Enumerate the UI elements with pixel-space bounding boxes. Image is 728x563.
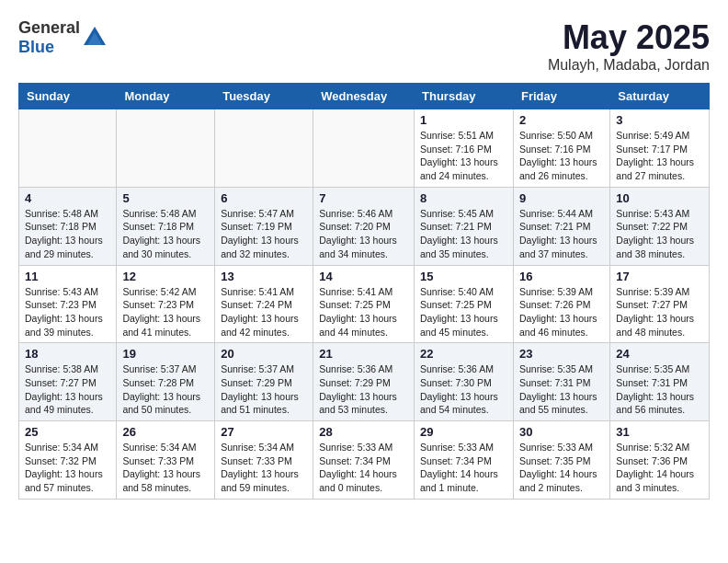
- day-info: Sunrise: 5:41 AM Sunset: 7:24 PM Dayligh…: [221, 285, 307, 339]
- calendar-week-row: 18Sunrise: 5:38 AM Sunset: 7:27 PM Dayli…: [19, 343, 710, 421]
- weekday-header-monday: Monday: [117, 84, 215, 109]
- calendar-cell: 6Sunrise: 5:47 AM Sunset: 7:19 PM Daylig…: [215, 187, 313, 265]
- calendar-cell: 13Sunrise: 5:41 AM Sunset: 7:24 PM Dayli…: [215, 265, 313, 343]
- calendar-cell: 2Sunrise: 5:50 AM Sunset: 7:16 PM Daylig…: [513, 109, 609, 188]
- day-info: Sunrise: 5:39 AM Sunset: 7:26 PM Dayligh…: [519, 285, 604, 339]
- calendar-cell: 1Sunrise: 5:51 AM Sunset: 7:16 PM Daylig…: [415, 109, 514, 188]
- logo-general: General: [18, 18, 80, 37]
- day-info: Sunrise: 5:43 AM Sunset: 7:22 PM Dayligh…: [616, 207, 703, 261]
- weekday-header-thursday: Thursday: [415, 84, 514, 109]
- calendar-cell: 15Sunrise: 5:40 AM Sunset: 7:25 PM Dayli…: [415, 265, 514, 343]
- day-number: 12: [122, 270, 209, 283]
- calendar-cell: 28Sunrise: 5:33 AM Sunset: 7:34 PM Dayli…: [313, 421, 415, 500]
- day-number: 10: [616, 191, 703, 205]
- day-number: 20: [221, 347, 307, 361]
- day-info: Sunrise: 5:48 AM Sunset: 7:18 PM Dayligh…: [25, 207, 110, 261]
- day-info: Sunrise: 5:35 AM Sunset: 7:31 PM Dayligh…: [616, 362, 703, 417]
- calendar-week-row: 25Sunrise: 5:34 AM Sunset: 7:32 PM Dayli…: [19, 421, 710, 500]
- calendar-cell: 26Sunrise: 5:34 AM Sunset: 7:33 PM Dayli…: [117, 421, 215, 500]
- calendar-cell: 25Sunrise: 5:34 AM Sunset: 7:32 PM Dayli…: [19, 421, 117, 500]
- calendar-week-row: 11Sunrise: 5:43 AM Sunset: 7:23 PM Dayli…: [19, 265, 710, 343]
- weekday-header-sunday: Sunday: [19, 84, 117, 109]
- calendar-cell: [215, 109, 313, 188]
- calendar-cell: 9Sunrise: 5:44 AM Sunset: 7:21 PM Daylig…: [513, 187, 609, 265]
- calendar-week-row: 4Sunrise: 5:48 AM Sunset: 7:18 PM Daylig…: [19, 187, 710, 265]
- day-info: Sunrise: 5:41 AM Sunset: 7:25 PM Dayligh…: [319, 285, 408, 339]
- day-number: 15: [420, 270, 507, 283]
- calendar-cell: 30Sunrise: 5:33 AM Sunset: 7:35 PM Dayli…: [513, 421, 609, 500]
- day-number: 28: [319, 425, 408, 439]
- day-number: 11: [25, 270, 110, 283]
- day-info: Sunrise: 5:37 AM Sunset: 7:28 PM Dayligh…: [122, 362, 209, 417]
- day-info: Sunrise: 5:34 AM Sunset: 7:33 PM Dayligh…: [122, 441, 209, 495]
- day-number: 29: [420, 425, 507, 439]
- day-info: Sunrise: 5:39 AM Sunset: 7:27 PM Dayligh…: [616, 285, 703, 339]
- title-block: May 2025 Mulayh, Madaba, Jordan: [548, 18, 710, 74]
- day-info: Sunrise: 5:36 AM Sunset: 7:30 PM Dayligh…: [420, 362, 507, 417]
- calendar-cell: 29Sunrise: 5:33 AM Sunset: 7:34 PM Dayli…: [415, 421, 514, 500]
- weekday-header-saturday: Saturday: [610, 84, 710, 109]
- calendar-cell: 4Sunrise: 5:48 AM Sunset: 7:18 PM Daylig…: [19, 187, 117, 265]
- calendar-cell: 10Sunrise: 5:43 AM Sunset: 7:22 PM Dayli…: [610, 187, 710, 265]
- day-info: Sunrise: 5:46 AM Sunset: 7:20 PM Dayligh…: [319, 207, 408, 261]
- day-number: 26: [122, 425, 209, 439]
- day-number: 25: [25, 425, 110, 439]
- calendar-cell: 12Sunrise: 5:42 AM Sunset: 7:23 PM Dayli…: [117, 265, 215, 343]
- day-number: 5: [122, 191, 209, 205]
- day-number: 9: [519, 191, 604, 205]
- day-info: Sunrise: 5:32 AM Sunset: 7:36 PM Dayligh…: [616, 441, 703, 495]
- day-number: 31: [616, 425, 703, 439]
- day-info: Sunrise: 5:35 AM Sunset: 7:31 PM Dayligh…: [519, 362, 604, 417]
- day-info: Sunrise: 5:44 AM Sunset: 7:21 PM Dayligh…: [519, 207, 604, 261]
- calendar-cell: 21Sunrise: 5:36 AM Sunset: 7:29 PM Dayli…: [313, 343, 415, 421]
- calendar-cell: 7Sunrise: 5:46 AM Sunset: 7:20 PM Daylig…: [313, 187, 415, 265]
- calendar-cell: 3Sunrise: 5:49 AM Sunset: 7:17 PM Daylig…: [610, 109, 710, 188]
- day-info: Sunrise: 5:45 AM Sunset: 7:21 PM Dayligh…: [420, 207, 507, 261]
- calendar-cell: 8Sunrise: 5:45 AM Sunset: 7:21 PM Daylig…: [415, 187, 514, 265]
- day-info: Sunrise: 5:33 AM Sunset: 7:34 PM Dayligh…: [319, 441, 408, 495]
- calendar-cell: 24Sunrise: 5:35 AM Sunset: 7:31 PM Dayli…: [610, 343, 710, 421]
- day-info: Sunrise: 5:36 AM Sunset: 7:29 PM Dayligh…: [319, 362, 408, 417]
- calendar-week-row: 1Sunrise: 5:51 AM Sunset: 7:16 PM Daylig…: [19, 109, 710, 188]
- day-info: Sunrise: 5:34 AM Sunset: 7:33 PM Dayligh…: [221, 441, 307, 495]
- day-info: Sunrise: 5:33 AM Sunset: 7:35 PM Dayligh…: [519, 441, 604, 495]
- day-info: Sunrise: 5:38 AM Sunset: 7:27 PM Dayligh…: [25, 362, 110, 417]
- calendar-cell: [117, 109, 215, 188]
- calendar-cell: 16Sunrise: 5:39 AM Sunset: 7:26 PM Dayli…: [513, 265, 609, 343]
- calendar-cell: 31Sunrise: 5:32 AM Sunset: 7:36 PM Dayli…: [610, 421, 710, 500]
- calendar-cell: 14Sunrise: 5:41 AM Sunset: 7:25 PM Dayli…: [313, 265, 415, 343]
- day-number: 30: [519, 425, 604, 439]
- day-info: Sunrise: 5:34 AM Sunset: 7:32 PM Dayligh…: [25, 441, 110, 495]
- calendar-cell: 18Sunrise: 5:38 AM Sunset: 7:27 PM Dayli…: [19, 343, 117, 421]
- day-info: Sunrise: 5:50 AM Sunset: 7:16 PM Dayligh…: [519, 129, 604, 183]
- weekday-header-tuesday: Tuesday: [215, 84, 313, 109]
- day-number: 3: [616, 113, 703, 127]
- day-info: Sunrise: 5:51 AM Sunset: 7:16 PM Dayligh…: [420, 129, 507, 183]
- day-number: 23: [519, 347, 604, 361]
- day-info: Sunrise: 5:40 AM Sunset: 7:25 PM Dayligh…: [420, 285, 507, 339]
- day-info: Sunrise: 5:48 AM Sunset: 7:18 PM Dayligh…: [122, 207, 209, 261]
- calendar-cell: 5Sunrise: 5:48 AM Sunset: 7:18 PM Daylig…: [117, 187, 215, 265]
- day-info: Sunrise: 5:47 AM Sunset: 7:19 PM Dayligh…: [221, 207, 307, 261]
- day-number: 24: [616, 347, 703, 361]
- page-header: General Blue May 2025 Mulayh, Madaba, Jo…: [18, 18, 710, 74]
- day-number: 27: [221, 425, 307, 439]
- weekday-header-wednesday: Wednesday: [313, 84, 415, 109]
- day-number: 16: [519, 270, 604, 283]
- calendar-cell: 17Sunrise: 5:39 AM Sunset: 7:27 PM Dayli…: [610, 265, 710, 343]
- day-number: 6: [221, 191, 307, 205]
- day-number: 21: [319, 347, 408, 361]
- weekday-header-friday: Friday: [513, 84, 609, 109]
- day-number: 8: [420, 191, 507, 205]
- day-number: 19: [122, 347, 209, 361]
- day-number: 13: [221, 270, 307, 283]
- day-number: 22: [420, 347, 507, 361]
- calendar-cell: [19, 109, 117, 188]
- logo-icon: [82, 25, 108, 51]
- day-number: 1: [420, 113, 507, 127]
- day-info: Sunrise: 5:49 AM Sunset: 7:17 PM Dayligh…: [616, 129, 703, 183]
- logo-text: General Blue: [18, 18, 80, 57]
- day-number: 7: [319, 191, 408, 205]
- calendar-cell: [313, 109, 415, 188]
- day-number: 2: [519, 113, 604, 127]
